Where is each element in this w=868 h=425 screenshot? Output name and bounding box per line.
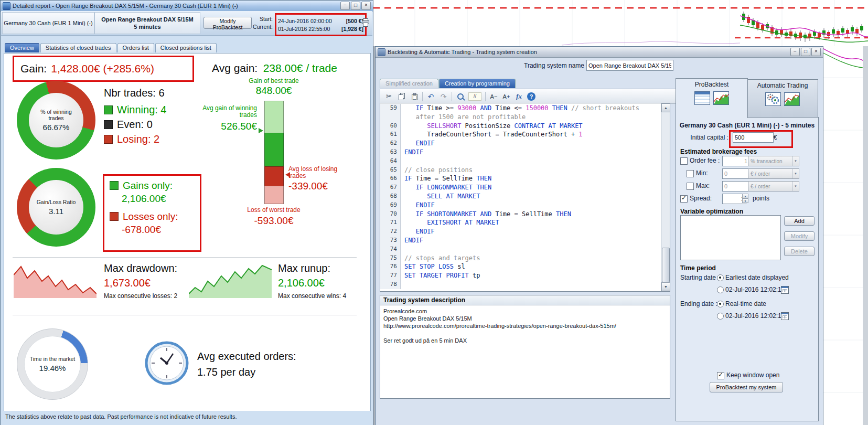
chevron-down-icon: ▼ [792, 156, 799, 166]
code-line[interactable]: 61 TradeCounterShort = TradeCounterShort… [380, 130, 661, 139]
tab-statistics-of-closed-trades[interactable]: Statistics of closed trades [40, 43, 116, 52]
comment-icon[interactable]: // [468, 92, 481, 101]
function-icon[interactable]: fx [515, 92, 523, 101]
backtesting-titlebar[interactable]: Backtesting & Automatic Trading - Tradin… [376, 47, 823, 58]
code-line[interactable]: 60 SELLSHORT PositionSize CONTRACT AT MA… [380, 122, 661, 131]
code-line[interactable]: 76SET STOP LOSS sl [380, 262, 661, 271]
editor-scrollbar[interactable]: ▲ ▼ [661, 103, 670, 291]
tab-simplified-creation[interactable]: Simplified creation [380, 79, 438, 88]
avg-loss-bar [264, 166, 284, 187]
decrease-font-icon[interactable]: A− [489, 92, 498, 101]
code-line[interactable]: 78 [380, 280, 661, 289]
auto-chart-icon [784, 92, 800, 108]
system-name-block: Open Range Breakout DAX 5/15M 5 minutes [94, 12, 200, 34]
maximize-icon[interactable]: □ [351, 2, 360, 10]
add-button[interactable]: Add [784, 216, 815, 226]
ending-realtime-label: Real-time date [725, 300, 766, 307]
code-line[interactable]: 64 [380, 157, 661, 166]
code-line[interactable]: 74 [380, 245, 661, 254]
calendar-icon[interactable] [781, 286, 789, 294]
search-icon[interactable] [456, 92, 465, 101]
close-icon[interactable]: × [811, 48, 821, 56]
losing-swatch [104, 135, 113, 144]
best-trade-label: Gain of best trade [227, 78, 321, 84]
starting-custom-radio[interactable] [717, 286, 724, 293]
print-icon[interactable] [361, 18, 370, 29]
cut-icon[interactable]: ✂ [384, 92, 393, 101]
code-line[interactable]: 73ENDIF [380, 236, 661, 245]
starting-earliest-radio[interactable] [717, 274, 724, 281]
code-line[interactable]: 75// stops and targets [380, 254, 661, 263]
calendar-icon[interactable] [781, 312, 789, 320]
tab-creation-by-programming[interactable]: Creation by programming [439, 79, 516, 88]
variable-optimization-list[interactable] [680, 215, 781, 260]
code-line[interactable]: 63ENDIF [380, 148, 661, 157]
chevron-down-icon: ▼ [792, 182, 799, 191]
tab-orders-list[interactable]: Orders list [117, 43, 154, 52]
instrument-label: Germany 30 Cash (EUR 1 Mini) (-) [2, 12, 94, 34]
code-line[interactable]: 72 ENDIF [380, 227, 661, 236]
paste-icon[interactable] [410, 92, 419, 101]
gains-only-swatch [110, 181, 119, 190]
code-line[interactable]: 68 SELL AT MARKET [380, 192, 661, 201]
panel-instrument-line: Germany 30 Cash (EUR 1 Mini) (-) - 5 min… [676, 122, 818, 129]
code-line[interactable]: 66IF Time = SellTime THEN [380, 174, 661, 183]
maximize-icon[interactable]: □ [801, 48, 810, 56]
code-line[interactable]: 77SET TARGET PROFIT tp [380, 271, 661, 280]
time-period-header: Time period [680, 264, 716, 272]
trading-system-description-panel: Trading system description Prorealcode.c… [380, 295, 670, 399]
gain-annotation-box: Gain: 1,428.00€ (+285.6%) [13, 56, 194, 82]
increase-font-icon[interactable]: A+ [502, 92, 511, 101]
probacktest-my-system-button[interactable]: ProBacktest my system [710, 382, 783, 392]
minimize-icon[interactable]: − [790, 48, 800, 56]
tab-probacktest[interactable]: ProBacktest [676, 78, 748, 118]
max-fee-checkbox[interactable] [687, 183, 694, 190]
description-text[interactable]: Prorealcode.com Open Range Breakout DAX … [380, 305, 670, 346]
min-fee-checkbox[interactable] [687, 170, 694, 177]
max-fee-input [722, 181, 749, 192]
variable-optimization-header: Variable optimization [680, 208, 743, 215]
ending-custom-radio[interactable] [717, 313, 724, 320]
keep-window-checkbox[interactable] [717, 372, 724, 379]
stepper-up-icon[interactable]: ▲ [742, 194, 748, 198]
losses-only-swatch [110, 212, 119, 221]
price-chart-fragment-right [822, 46, 868, 425]
redo-icon[interactable]: ↷ [439, 92, 448, 101]
order-fee-checkbox[interactable] [680, 157, 688, 165]
tab-closed-positions-list[interactable]: Closed positions list [155, 43, 217, 52]
starting-earliest-label: Earliest date displayed [725, 274, 789, 281]
scroll-up-icon[interactable]: ▲ [661, 103, 670, 112]
ending-date-label: Ending date : [680, 300, 717, 307]
starting-date-label: Starting date : [680, 274, 720, 281]
price-chart-right-svg [822, 46, 868, 425]
undo-icon[interactable]: ↶ [426, 92, 435, 101]
stepper-down-icon[interactable]: ▼ [742, 198, 748, 203]
code-line[interactable]: after 1500 are not profitable [380, 113, 661, 122]
code-line[interactable]: 67 IF LONGONMARKET THEN [380, 183, 661, 192]
current-capital: [1,928 €] [341, 25, 363, 33]
minimize-icon[interactable]: − [340, 2, 350, 10]
scrollbar-thumb[interactable] [662, 248, 670, 282]
spread-stepper[interactable]: ▲ ▼ [742, 194, 748, 203]
trading-system-name-input[interactable] [586, 60, 673, 71]
scroll-down-icon[interactable]: ▼ [661, 282, 670, 291]
report-footer: The statistics above relate to past data… [1, 411, 372, 425]
code-editor[interactable]: 59 IF Time >= 93000 AND Time <= 150000 T… [380, 103, 670, 292]
code-line[interactable]: 70 IF SHORTONMARKET AND Time = SellTime … [380, 210, 661, 219]
spread-checkbox[interactable] [680, 195, 688, 203]
tab-overview[interactable]: Overview [5, 43, 39, 52]
ending-realtime-radio[interactable] [717, 301, 724, 307]
code-line[interactable]: 62 ENDIF [380, 139, 661, 148]
close-icon[interactable]: × [361, 2, 371, 10]
code-line[interactable]: 65// close positions [380, 166, 661, 175]
copy-icon[interactable] [397, 92, 406, 101]
code-line[interactable]: 69 ENDIF [380, 201, 661, 210]
period-annotation-box: 24-Jun-2016 02:00:00 [500 €] 01-Jul-2016… [275, 13, 367, 36]
tab-automatic-trading[interactable]: Automatic Trading [747, 79, 818, 118]
help-icon[interactable]: ? [527, 92, 535, 101]
code-line[interactable]: 59 IF Time >= 93000 AND Time <= 150000 T… [380, 104, 661, 113]
nbr-trades: Nbr trades: 6 [104, 87, 165, 99]
modify-probacktest-button[interactable]: Modify ProBacktest [203, 17, 252, 29]
report-titlebar[interactable]: Detailed report - Open Range Breakout DA… [1, 1, 373, 12]
code-line[interactable]: 71 EXITSHORT AT MARKET [380, 218, 661, 227]
